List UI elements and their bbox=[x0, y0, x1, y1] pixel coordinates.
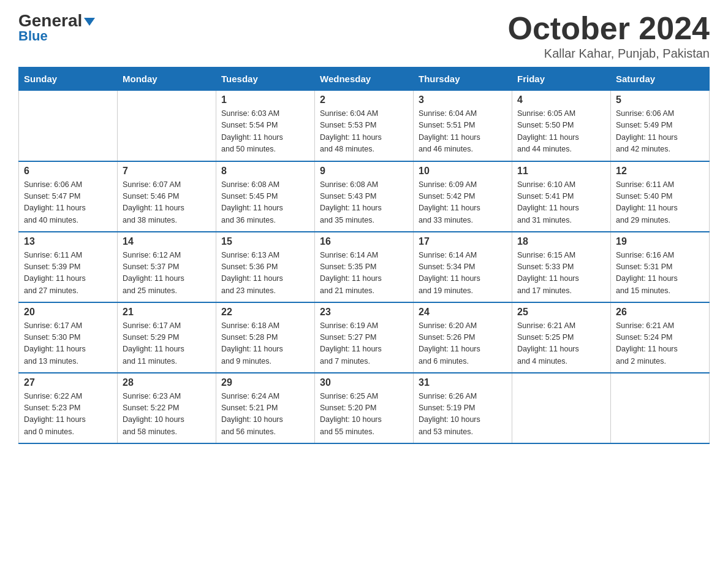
day-number: 11 bbox=[517, 166, 605, 177]
calendar-week-1: 1Sunrise: 6:03 AM Sunset: 5:54 PM Daylig… bbox=[19, 91, 710, 161]
calendar-cell: 19Sunrise: 6:16 AM Sunset: 5:31 PM Dayli… bbox=[611, 232, 710, 302]
day-number: 24 bbox=[419, 307, 507, 318]
day-info: Sunrise: 6:21 AM Sunset: 5:24 PM Dayligh… bbox=[616, 320, 704, 368]
day-info: Sunrise: 6:16 AM Sunset: 5:31 PM Dayligh… bbox=[616, 250, 704, 297]
day-number: 29 bbox=[221, 377, 309, 388]
calendar-cell: 2Sunrise: 6:04 AM Sunset: 5:53 PM Daylig… bbox=[315, 91, 414, 161]
calendar-cell: 25Sunrise: 6:21 AM Sunset: 5:25 PM Dayli… bbox=[512, 302, 611, 373]
logo-blue: Blue bbox=[18, 28, 48, 44]
day-info: Sunrise: 6:23 AM Sunset: 5:22 PM Dayligh… bbox=[123, 391, 211, 439]
calendar-cell: 29Sunrise: 6:24 AM Sunset: 5:21 PM Dayli… bbox=[216, 373, 315, 443]
day-info: Sunrise: 6:08 AM Sunset: 5:43 PM Dayligh… bbox=[320, 179, 408, 227]
day-number: 12 bbox=[616, 166, 704, 177]
calendar-cell: 20Sunrise: 6:17 AM Sunset: 5:30 PM Dayli… bbox=[19, 302, 118, 373]
day-info: Sunrise: 6:08 AM Sunset: 5:45 PM Dayligh… bbox=[221, 179, 309, 227]
calendar-cell: 7Sunrise: 6:07 AM Sunset: 5:46 PM Daylig… bbox=[118, 161, 216, 232]
calendar-cell: 8Sunrise: 6:08 AM Sunset: 5:45 PM Daylig… bbox=[216, 161, 315, 232]
day-number: 22 bbox=[221, 307, 309, 318]
day-number: 16 bbox=[320, 236, 408, 247]
calendar-cell: 18Sunrise: 6:15 AM Sunset: 5:33 PM Dayli… bbox=[512, 232, 611, 302]
day-header-thursday: Thursday bbox=[414, 67, 512, 91]
logo-general: General bbox=[18, 12, 95, 29]
day-number: 7 bbox=[123, 166, 211, 177]
calendar-cell: 28Sunrise: 6:23 AM Sunset: 5:22 PM Dayli… bbox=[118, 373, 216, 443]
day-number: 31 bbox=[419, 377, 507, 388]
calendar-week-5: 27Sunrise: 6:22 AM Sunset: 5:23 PM Dayli… bbox=[19, 373, 710, 443]
day-number: 30 bbox=[320, 377, 408, 388]
day-header-monday: Monday bbox=[118, 67, 216, 91]
title-section: October 2024 Kallar Kahar, Punjab, Pakis… bbox=[508, 12, 710, 61]
day-number: 13 bbox=[24, 236, 112, 247]
logo: General Blue bbox=[18, 12, 95, 44]
day-info: Sunrise: 6:11 AM Sunset: 5:39 PM Dayligh… bbox=[24, 250, 112, 297]
day-number: 4 bbox=[517, 94, 605, 105]
day-info: Sunrise: 6:18 AM Sunset: 5:28 PM Dayligh… bbox=[221, 320, 309, 368]
day-number: 5 bbox=[616, 94, 704, 105]
calendar-cell bbox=[611, 373, 710, 443]
day-number: 21 bbox=[123, 307, 211, 318]
month-title: October 2024 bbox=[508, 12, 710, 44]
calendar-cell: 26Sunrise: 6:21 AM Sunset: 5:24 PM Dayli… bbox=[611, 302, 710, 373]
day-info: Sunrise: 6:19 AM Sunset: 5:27 PM Dayligh… bbox=[320, 320, 408, 368]
day-number: 18 bbox=[517, 236, 605, 247]
day-info: Sunrise: 6:04 AM Sunset: 5:51 PM Dayligh… bbox=[419, 108, 507, 156]
calendar-table: SundayMondayTuesdayWednesdayThursdayFrid… bbox=[18, 67, 710, 444]
day-info: Sunrise: 6:05 AM Sunset: 5:50 PM Dayligh… bbox=[517, 108, 605, 156]
day-number: 27 bbox=[24, 377, 112, 388]
calendar-cell: 16Sunrise: 6:14 AM Sunset: 5:35 PM Dayli… bbox=[315, 232, 414, 302]
calendar-cell bbox=[512, 373, 611, 443]
day-info: Sunrise: 6:20 AM Sunset: 5:26 PM Dayligh… bbox=[419, 320, 507, 368]
day-info: Sunrise: 6:25 AM Sunset: 5:20 PM Dayligh… bbox=[320, 391, 408, 439]
calendar-cell: 13Sunrise: 6:11 AM Sunset: 5:39 PM Dayli… bbox=[19, 232, 118, 302]
day-number: 1 bbox=[221, 94, 309, 105]
day-header-saturday: Saturday bbox=[611, 67, 710, 91]
calendar-cell bbox=[118, 91, 216, 161]
day-info: Sunrise: 6:15 AM Sunset: 5:33 PM Dayligh… bbox=[517, 250, 605, 297]
day-info: Sunrise: 6:10 AM Sunset: 5:41 PM Dayligh… bbox=[517, 179, 605, 227]
day-number: 17 bbox=[419, 236, 507, 247]
day-number: 15 bbox=[221, 236, 309, 247]
calendar-cell: 3Sunrise: 6:04 AM Sunset: 5:51 PM Daylig… bbox=[414, 91, 512, 161]
calendar-cell bbox=[19, 91, 118, 161]
day-info: Sunrise: 6:22 AM Sunset: 5:23 PM Dayligh… bbox=[24, 391, 112, 439]
day-number: 6 bbox=[24, 166, 112, 177]
day-info: Sunrise: 6:07 AM Sunset: 5:46 PM Dayligh… bbox=[123, 179, 211, 227]
page-header: General Blue October 2024 Kallar Kahar, … bbox=[18, 12, 710, 61]
calendar-cell: 9Sunrise: 6:08 AM Sunset: 5:43 PM Daylig… bbox=[315, 161, 414, 232]
location: Kallar Kahar, Punjab, Pakistan bbox=[508, 47, 710, 61]
calendar-cell: 23Sunrise: 6:19 AM Sunset: 5:27 PM Dayli… bbox=[315, 302, 414, 373]
calendar-cell: 11Sunrise: 6:10 AM Sunset: 5:41 PM Dayli… bbox=[512, 161, 611, 232]
calendar-cell: 31Sunrise: 6:26 AM Sunset: 5:19 PM Dayli… bbox=[414, 373, 512, 443]
calendar-cell: 4Sunrise: 6:05 AM Sunset: 5:50 PM Daylig… bbox=[512, 91, 611, 161]
day-info: Sunrise: 6:13 AM Sunset: 5:36 PM Dayligh… bbox=[221, 250, 309, 297]
day-number: 2 bbox=[320, 94, 408, 105]
day-info: Sunrise: 6:14 AM Sunset: 5:34 PM Dayligh… bbox=[419, 250, 507, 297]
day-info: Sunrise: 6:12 AM Sunset: 5:37 PM Dayligh… bbox=[123, 250, 211, 297]
calendar-cell: 22Sunrise: 6:18 AM Sunset: 5:28 PM Dayli… bbox=[216, 302, 315, 373]
calendar-cell: 14Sunrise: 6:12 AM Sunset: 5:37 PM Dayli… bbox=[118, 232, 216, 302]
day-header-friday: Friday bbox=[512, 67, 611, 91]
day-number: 25 bbox=[517, 307, 605, 318]
day-number: 10 bbox=[419, 166, 507, 177]
calendar-cell: 30Sunrise: 6:25 AM Sunset: 5:20 PM Dayli… bbox=[315, 373, 414, 443]
day-info: Sunrise: 6:09 AM Sunset: 5:42 PM Dayligh… bbox=[419, 179, 507, 227]
day-number: 9 bbox=[320, 166, 408, 177]
calendar-cell: 24Sunrise: 6:20 AM Sunset: 5:26 PM Dayli… bbox=[414, 302, 512, 373]
calendar-cell: 21Sunrise: 6:17 AM Sunset: 5:29 PM Dayli… bbox=[118, 302, 216, 373]
day-info: Sunrise: 6:06 AM Sunset: 5:49 PM Dayligh… bbox=[616, 108, 704, 156]
day-header-sunday: Sunday bbox=[19, 67, 118, 91]
day-info: Sunrise: 6:17 AM Sunset: 5:30 PM Dayligh… bbox=[24, 320, 112, 368]
calendar-week-2: 6Sunrise: 6:06 AM Sunset: 5:47 PM Daylig… bbox=[19, 161, 710, 232]
day-number: 23 bbox=[320, 307, 408, 318]
calendar-cell: 5Sunrise: 6:06 AM Sunset: 5:49 PM Daylig… bbox=[611, 91, 710, 161]
day-info: Sunrise: 6:04 AM Sunset: 5:53 PM Dayligh… bbox=[320, 108, 408, 156]
calendar-cell: 1Sunrise: 6:03 AM Sunset: 5:54 PM Daylig… bbox=[216, 91, 315, 161]
day-info: Sunrise: 6:17 AM Sunset: 5:29 PM Dayligh… bbox=[123, 320, 211, 368]
day-number: 20 bbox=[24, 307, 112, 318]
calendar-cell: 12Sunrise: 6:11 AM Sunset: 5:40 PM Dayli… bbox=[611, 161, 710, 232]
calendar-cell: 15Sunrise: 6:13 AM Sunset: 5:36 PM Dayli… bbox=[216, 232, 315, 302]
day-number: 19 bbox=[616, 236, 704, 247]
calendar-cell: 6Sunrise: 6:06 AM Sunset: 5:47 PM Daylig… bbox=[19, 161, 118, 232]
day-number: 8 bbox=[221, 166, 309, 177]
day-info: Sunrise: 6:21 AM Sunset: 5:25 PM Dayligh… bbox=[517, 320, 605, 368]
